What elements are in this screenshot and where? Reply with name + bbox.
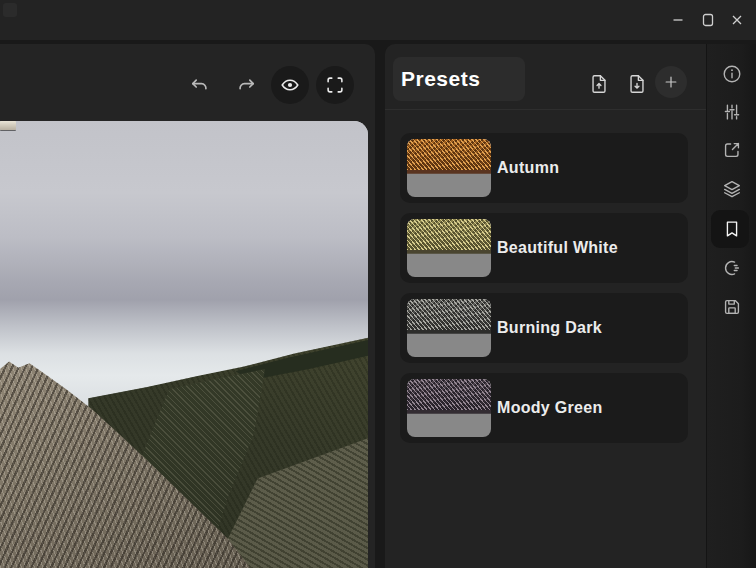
expand-icon bbox=[324, 74, 346, 96]
preset-row[interactable]: Autumn bbox=[400, 133, 688, 203]
preset-label: Moody Green bbox=[497, 399, 603, 417]
minimize-icon bbox=[672, 14, 684, 26]
sidebar-adjustments-button[interactable] bbox=[721, 101, 743, 123]
eye-icon bbox=[279, 74, 301, 96]
maximize-button[interactable] bbox=[696, 8, 720, 32]
preset-thumbnail bbox=[407, 219, 491, 277]
export-preset-button[interactable] bbox=[588, 73, 610, 95]
preset-row[interactable]: Moody Green bbox=[400, 373, 688, 443]
right-sidebar bbox=[706, 44, 756, 568]
titlebar bbox=[0, 0, 756, 40]
sidebar-info-button[interactable] bbox=[721, 63, 743, 85]
presets-header: Presets bbox=[385, 44, 706, 110]
maximize-icon bbox=[702, 13, 714, 27]
sidebar-retouch-button[interactable] bbox=[721, 257, 743, 279]
file-export-icon bbox=[588, 73, 610, 95]
app-window: Presets Autumn Beautiful White bbox=[0, 0, 756, 568]
sidebar-export-button[interactable] bbox=[721, 139, 743, 161]
close-button[interactable] bbox=[725, 8, 749, 32]
preset-label: Beautiful White bbox=[497, 239, 618, 257]
preset-thumbnail bbox=[407, 299, 491, 357]
presets-title: Presets bbox=[401, 67, 480, 91]
sidebar-presets-button[interactable] bbox=[721, 218, 743, 240]
close-icon bbox=[731, 14, 743, 26]
undo-icon bbox=[188, 73, 212, 97]
undo-button[interactable] bbox=[188, 73, 212, 97]
expand-button[interactable] bbox=[316, 66, 354, 104]
preset-thumbnail bbox=[407, 139, 491, 197]
presets-panel: Presets Autumn Beautiful White bbox=[385, 44, 706, 568]
save-icon bbox=[721, 296, 743, 318]
import-preset-button[interactable] bbox=[626, 73, 648, 95]
redo-button[interactable] bbox=[234, 73, 258, 97]
add-preset-button[interactable] bbox=[655, 66, 687, 98]
preview-eye-button[interactable] bbox=[271, 66, 309, 104]
app-logo bbox=[3, 3, 17, 17]
preset-thumbnail bbox=[407, 379, 491, 437]
preset-label: Autumn bbox=[497, 159, 559, 177]
layers-icon bbox=[721, 178, 743, 200]
preset-row[interactable]: Burning Dark bbox=[400, 293, 688, 363]
sliders-icon bbox=[721, 101, 743, 123]
preset-label: Burning Dark bbox=[497, 319, 602, 337]
info-icon bbox=[721, 63, 743, 85]
retouch-icon bbox=[721, 257, 743, 279]
sidebar-layers-button[interactable] bbox=[721, 178, 743, 200]
minimize-button[interactable] bbox=[666, 8, 690, 32]
preset-row[interactable]: Beautiful White bbox=[400, 213, 688, 283]
canvas-building bbox=[0, 121, 16, 130]
photo-canvas[interactable] bbox=[0, 121, 368, 568]
redo-icon bbox=[234, 73, 258, 97]
export-share-icon bbox=[721, 139, 743, 161]
bookmark-icon bbox=[721, 218, 743, 240]
file-import-icon bbox=[626, 73, 648, 95]
preset-list: Autumn Beautiful White Burning Dark Mood… bbox=[400, 133, 688, 453]
plus-icon bbox=[662, 73, 680, 91]
sidebar-save-button[interactable] bbox=[721, 296, 743, 318]
